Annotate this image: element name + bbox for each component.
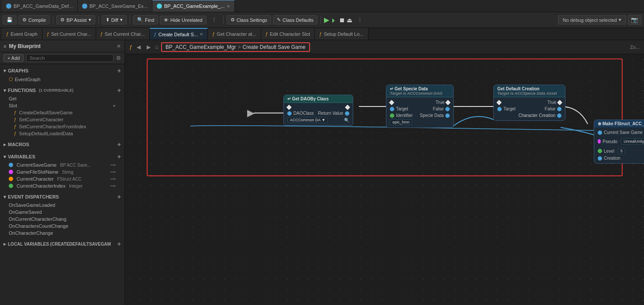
slot-item-label: Slot: [9, 103, 17, 108]
graph-background: [125, 54, 644, 305]
bp-assist-button[interactable]: ⚙ BP Assist ▾: [56, 15, 95, 24]
pin-default-true-label: True: [548, 100, 556, 105]
diff-button[interactable]: ⬆ Diff ▾: [102, 15, 127, 24]
local-vars-header[interactable]: ▸ LOCAL VARIABLES (CREATEDEFAULTSAVEGAM …: [3, 239, 121, 249]
graph-viewport[interactable]: ▶: [125, 54, 644, 305]
pin-row-curr-save: Current Save Game Target: [598, 129, 644, 136]
find-button[interactable]: 🔍 Find: [133, 15, 158, 24]
compile-label: Compile: [28, 17, 46, 23]
sidebar-item-create-default-save[interactable]: ƒ CreateDefaultSaveGame: [3, 109, 121, 116]
sidebar-item-set-current-char-from-index[interactable]: ƒ SetCurrentCharacterFromIndex: [3, 123, 121, 130]
hide-unrelated-button[interactable]: 👁 Hide Unrelated: [160, 16, 206, 24]
eject-button[interactable]: ⏏: [347, 17, 352, 24]
class-settings-button[interactable]: ⚙ Class Settings: [227, 15, 271, 24]
variables-add-icon[interactable]: +: [117, 153, 121, 160]
sidebar-collapse-icon[interactable]: ≡: [3, 44, 6, 49]
breadcrumb-func-icon: ƒ: [129, 44, 132, 50]
macros-section-header[interactable]: ▸ MACROS +: [3, 140, 121, 149]
node-get-dao-title: ↵ Get DAOBy Class: [287, 96, 329, 101]
macros-add-icon[interactable]: +: [117, 141, 121, 148]
pin-row-default-exec: True: [497, 99, 561, 106]
sidebar-item-set-current-char[interactable]: ƒ SetCurrentCharacter: [3, 116, 121, 123]
pin-level: [598, 149, 602, 153]
lv-collapse-icon: ▸: [3, 241, 6, 247]
node-get-specie-data[interactable]: ↵ Get Specie Data Target is ACCCommon DA…: [386, 85, 454, 128]
var-item-current-save-game[interactable]: CurrentSaveGame BP ACC Save... ⟹: [3, 161, 121, 168]
sidebar-close[interactable]: ✕: [117, 43, 121, 49]
graphs-section-header[interactable]: ▾ GRAPHS +: [3, 66, 121, 75]
event-dispatchers-section-header[interactable]: ▾ EVENT DISPATCHERS +: [3, 192, 121, 202]
nav-back-button[interactable]: ◀: [135, 43, 142, 51]
ed-item-on-chars-count-change[interactable]: OnCharactersCountChange: [3, 223, 121, 230]
tab-bp-acc-gamedata[interactable]: BP_ACC_GameData_Def...: [2, 0, 78, 12]
toolbar-more-1[interactable]: ⋮: [208, 16, 220, 24]
node-get-default-creation[interactable]: Get Default Creation Target is ACCSpecie…: [493, 85, 565, 121]
pin-exec-in: [286, 105, 291, 110]
ed-item-on-game-saved[interactable]: OnGameSaved: [3, 209, 121, 216]
graphs-add-icon[interactable]: +: [117, 67, 121, 74]
pin-pseudo-value: UnrealUnity: [621, 138, 644, 144]
pin-default-exec-in: [496, 100, 501, 105]
camera-button[interactable]: 📷: [628, 15, 641, 25]
pin-specie-true-label: True: [436, 100, 444, 105]
play-more[interactable]: ⋮: [354, 16, 366, 24]
functions-section-header[interactable]: ▾ FUNCTIONS (1 OVERRIDABLE) +: [3, 86, 121, 95]
play-button[interactable]: ▶: [324, 16, 329, 24]
graph-tab-edit-character[interactable]: ƒ Edit Character Slot: [261, 28, 315, 40]
graph-tab-setup-default[interactable]: ƒ Setup Default Lo...: [315, 28, 368, 40]
sidebar-macros-section: ▸ MACROS +: [0, 138, 124, 150]
graph-tab-get-character[interactable]: ƒ Get Character at...: [208, 28, 261, 40]
lv-add-icon[interactable]: +: [117, 240, 121, 247]
tab-close-3[interactable]: ✕: [227, 4, 230, 9]
var-item-game-file-slot[interactable]: GameFileSlotName String ⟹: [3, 168, 121, 175]
sidebar-item-slot[interactable]: Slot ▸: [3, 102, 121, 109]
find-icon: 🔍: [137, 17, 143, 23]
ed-item-on-current-char-change[interactable]: OnCurrentCharacterChang: [3, 216, 121, 223]
nav-forward-button[interactable]: ▶: [145, 43, 152, 51]
var-type-current-character: FStruct ACC: [57, 177, 82, 182]
sidebar-item-event-graph[interactable]: ⬡ EventGraph: [3, 75, 121, 83]
graph-tab-set-current-char2[interactable]: ƒ Set Current Char...: [96, 28, 150, 40]
variables-section-header[interactable]: ▾ VARIABLES +: [3, 152, 121, 161]
tab-bp-acc-gameexample[interactable]: BP_ACC_GameExample_... ✕: [152, 0, 235, 12]
node-get-dao-header: ↵ Get DAOBy Class: [284, 95, 353, 103]
var-item-current-character[interactable]: CurrentCharacter FStruct ACC ⟹: [3, 175, 121, 182]
node-get-dao-by-class[interactable]: ↵ Get DAOBy Class DAOClass Return Value: [283, 95, 353, 126]
var-type-game-file-slot: String: [62, 170, 73, 175]
sidebar-item-get[interactable]: Get: [3, 95, 121, 102]
ed-item-on-save-game-loaded[interactable]: OnSaveGameLoaded: [3, 202, 121, 209]
dao-search-icon: 🔍: [344, 118, 349, 123]
graph-tab-set-current-char1[interactable]: ƒ Set Current Char...: [42, 28, 96, 40]
breadcrumb-home-icon[interactable]: ⌂: [155, 44, 158, 50]
graph-tab-event-graph[interactable]: ƒ Event Graph: [2, 28, 42, 40]
ed-item-on-char-change[interactable]: OnCharacterChange: [3, 230, 121, 236]
toolbar-sep-4: [223, 16, 224, 24]
step-button[interactable]: ⏵: [331, 17, 337, 24]
save-button[interactable]: 💾: [3, 15, 17, 24]
pin-identifier: [390, 113, 394, 118]
ed-add-icon[interactable]: +: [117, 193, 121, 200]
pin-specie-data: [445, 113, 450, 118]
stop-button[interactable]: ⏹: [339, 17, 345, 24]
sidebar-item-setup-default-loaded[interactable]: ƒ SetupDefaultLoadedData: [3, 130, 121, 137]
node-make-fstruct[interactable]: ⊕ Make FStruct_ACC_Character_Example Cur…: [594, 120, 644, 164]
add-button[interactable]: + Add: [3, 54, 24, 62]
graph-tab-create-default[interactable]: ƒ Create Default S... ✕: [150, 28, 208, 40]
ed-collapse-icon: ▾: [3, 194, 6, 200]
sidebar: ≡ My Blueprint ✕ + Add ⚙ ▾ GRAPHS + ⬡ Ev…: [0, 40, 125, 305]
var-item-current-char-index[interactable]: CurrentCharacterIndex Integer ⟹: [3, 182, 121, 189]
graph-canvas[interactable]: ƒ ◀ ▶ ⌂ BP_ACC_GameExample_Mgr > Create …: [125, 40, 644, 305]
sidebar-local-variables-section: ▸ LOCAL VARIABLES (CREATEDEFAULTSAVEGAM …: [0, 237, 124, 250]
tab-bp-acc-savegame[interactable]: BP_ACC_SaveGame_Ex...: [78, 0, 152, 12]
compile-button[interactable]: ⚙ Compile: [18, 15, 50, 24]
pin-return-value-label-right: Return Value: [318, 111, 343, 116]
create-default-close[interactable]: ✕: [200, 32, 203, 37]
search-input[interactable]: [26, 54, 114, 62]
class-defaults-button[interactable]: ✎ Class Defaults: [273, 15, 317, 24]
set-current-char-from-index-label: SetCurrentCharacterFromIndex: [19, 124, 86, 129]
functions-add-icon[interactable]: +: [117, 87, 121, 94]
debug-dropdown[interactable]: No debug object selected ▾: [558, 15, 626, 24]
debug-dropdown-label: No debug object selected: [563, 17, 617, 23]
search-settings-icon[interactable]: ⚙: [116, 55, 121, 61]
pin-specie-exec-true: [445, 100, 450, 105]
